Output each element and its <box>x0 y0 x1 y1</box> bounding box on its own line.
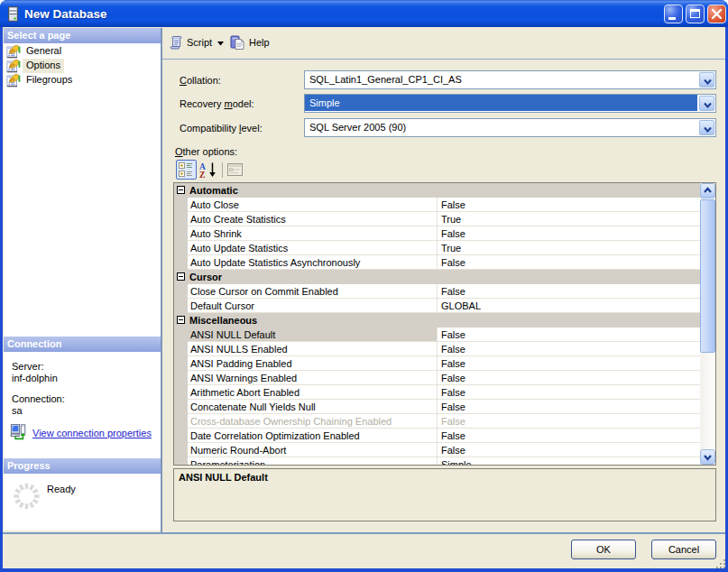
svg-text:A: A <box>199 162 206 171</box>
svg-text:Z: Z <box>199 171 205 179</box>
